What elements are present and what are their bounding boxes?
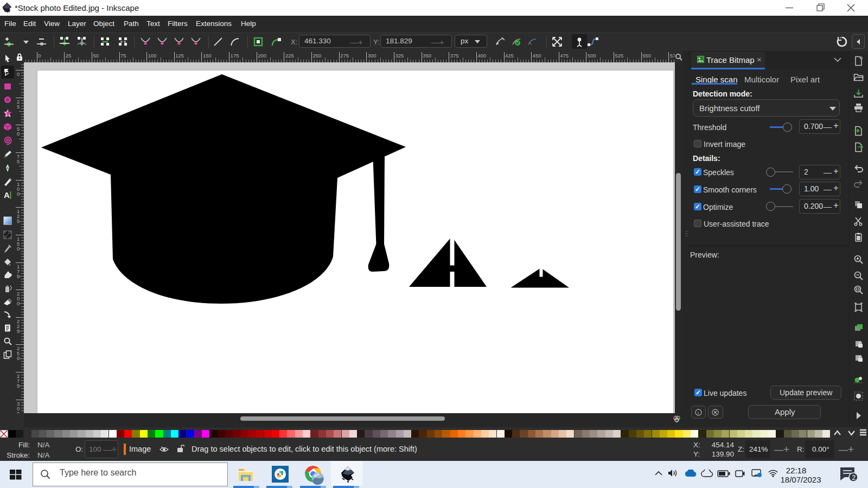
svg-text:A: A [4,190,10,200]
svg-text:2: 2 [852,474,856,481]
svg-text:i: i [698,410,699,415]
